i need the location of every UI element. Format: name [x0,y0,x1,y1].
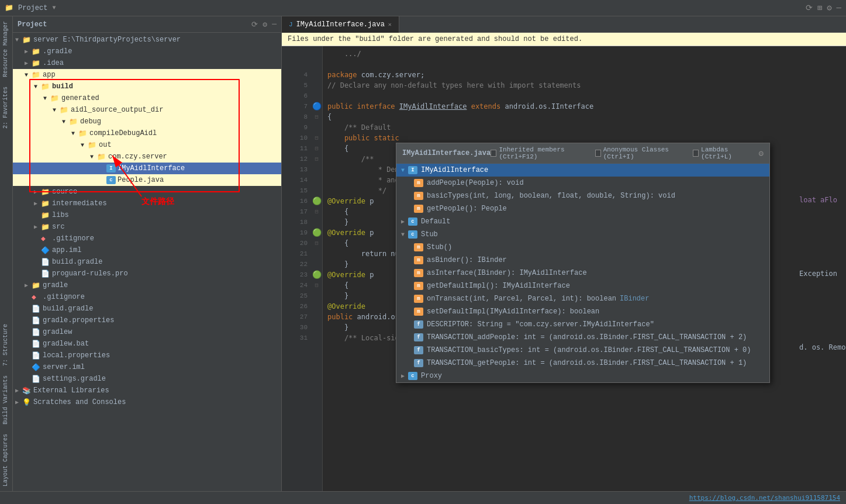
java-file-icon: J [289,21,293,28]
panel-header: Project ⟳ ⚙ ─ [13,16,281,33]
tab-label: IMyAidlInterface.java [296,20,385,29]
ac-item-addpeople[interactable]: m addPeople(People): void [396,177,769,189]
ac-item-setdefaultimpl[interactable]: m setDefaultImpl(IMyAidlInterface): bool… [396,305,769,318]
tree-item-server[interactable]: ▼ 📁 server E:\ThirdpartyProjects\server [13,34,281,46]
tree-item-settings-gradle[interactable]: ▶ 📄 settings.gradle [13,373,281,385]
tree-item-proguard[interactable]: ▶ 📄 proguard-rules.pro [13,268,281,279]
ac-label-lambdas: Lambdas (Ctrl+L) [701,146,752,160]
tree-item-gitignore-app[interactable]: ▶ ◆ .gitignore [13,233,281,244]
tree-item-aidl[interactable]: ▼ 📁 aidl_source_output_dir [13,104,281,116]
ac-title: IMyAidlInterface.java [402,149,491,157]
panel-cog-icon[interactable]: ⚙ [263,20,267,29]
tree-item-debug[interactable]: ▼ 📁 debug [13,116,281,127]
tree-item-server-iml[interactable]: ▶ 🔷 server.iml [13,361,281,373]
tree-item-app-iml[interactable]: ▶ 🔷 app.iml [13,244,281,256]
ac-item-imyaidlinterface[interactable]: ▼ I IMyAidlInterface [396,164,769,177]
tree-item-gradlew[interactable]: ▶ 📄 gradlew [13,326,281,338]
ac-item-asbinder[interactable]: m asBinder(): IBinder [396,254,769,267]
tree-item-compile[interactable]: ▼ 📁 compileDebugAidl [13,127,281,139]
tree-item-gradle-hidden[interactable]: ▶ 📁 .gradle [13,46,281,57]
tree-item-src[interactable]: ▶ 📁 src [13,221,281,233]
ac-checkbox-inherited[interactable]: Inherited members (Ctrl+F12) [491,146,588,160]
minimize-icon[interactable]: ─ [837,4,841,13]
status-bar: https://blog.csdn.net/shanshui911587154 [0,491,846,504]
ac-checkbox-anonymous[interactable]: Anonymous Classes (Ctrl+I) [595,146,686,160]
title-text: Project [18,4,47,12]
tree-item-source[interactable]: ▶ 📁 source [13,186,281,198]
ac-item-basictypes[interactable]: m basicTypes(int, long, boolean, float, … [396,189,769,202]
tree-item-idea[interactable]: ▶ 📁 .idea [13,57,281,69]
tree-item-app[interactable]: ▼ 📁 app [13,69,281,81]
tree-item-local-properties[interactable]: ▶ 📄 local.properties [13,350,281,361]
fold-gutter: 🔵 ⊟ ⊟ ⊟ ⊟ 🟢 ⊟ 🟢 ⊟ 🟢 [311,46,323,491]
ac-label-inherited: Inherited members (Ctrl+F12) [499,146,588,160]
editor-notice: Files under the "build" folder are gener… [282,33,846,46]
editor-tab-active[interactable]: J IMyAidlInterface.java ✕ [282,16,399,33]
sidebar-tab-captures[interactable]: Layout Captures [0,429,12,491]
editor-area: J IMyAidlInterface.java ✕ Files under th… [282,16,846,491]
project-panel: Project ⟳ ⚙ ─ ▼ 📁 server E:\ThirdpartyPr… [13,16,282,491]
panel-title: Project [18,20,47,29]
project-icon: 📁 [5,4,13,12]
tree-item-gitignore-root[interactable]: ▶ ◆ .gitignore [13,291,281,303]
tree-item-build[interactable]: ▼ 📁 build [13,81,281,92]
ac-item-transaction-basictypes[interactable]: f TRANSACTION_basicTypes: int = (android… [396,344,769,357]
title-bar: 📁 Project ▼ ⟳ ⊞ ⚙ ─ [0,0,846,16]
project-tree: ▼ 📁 server E:\ThirdpartyProjects\server … [13,33,281,491]
autocomplete-popup: IMyAidlInterface.java Inherited members … [396,143,770,383]
sidebar-tab-favorites[interactable]: 2: Favorites [0,82,12,133]
ac-item-getdefaultimpl[interactable]: m getDefaultImpl(): IMyAidlInterface [396,279,769,292]
tree-item-scratches[interactable]: ▶ 💡 Scratches and Consoles [13,396,281,408]
status-url[interactable]: https://blog.csdn.net/shanshui911587154 [689,494,840,502]
app-window: 📁 Project ▼ ⟳ ⊞ ⚙ ─ Resource Manager 2: … [0,0,846,504]
sidebar-tab-structure[interactable]: 7: Structure [0,319,12,371]
tree-item-out[interactable]: ▼ 📁 out [13,139,281,151]
tree-item-build-gradle-root[interactable]: ▶ 📄 build.gradle [13,303,281,315]
panel-sync-icon[interactable]: ⟳ [251,20,258,29]
tree-item-generated[interactable]: ▼ 📁 generated [13,92,281,104]
ac-list: ▼ I IMyAidlInterface m addPeople(People)… [396,164,769,382]
sync-icon[interactable]: ⟳ [806,3,813,13]
editor-tab-bar: J IMyAidlInterface.java ✕ [282,16,846,33]
ac-item-stub[interactable]: ▼ c Stub [396,228,769,241]
tree-item-libs[interactable]: ▶ 📁 libs [13,209,281,221]
tree-item-com-czy-server[interactable]: ▼ 📁 com.czy.server [13,151,281,163]
sidebar-tab-build-variants[interactable]: Build Variants [0,371,12,429]
settings-icon[interactable]: ⚙ [827,3,831,13]
ac-item-getpeople[interactable]: m getPeople(): People [396,202,769,215]
line-numbers: 4 5 6 7 8 9 10 11 12 13 14 15 16 17 18 1… [282,46,311,491]
tree-item-intermediates[interactable]: ▶ 📁 intermediates [13,198,281,209]
ac-item-descriptor[interactable]: f DESCRIPTOR: String = "com.czy.server.I… [396,318,769,331]
tree-item-build-gradle[interactable]: ▶ 📄 build.gradle [13,256,281,268]
main-content: Resource Manager 2: Favorites 7: Structu… [0,16,846,491]
notice-text: Files under the "build" folder are gener… [288,35,582,43]
ac-item-stub-constructor[interactable]: m Stub() [396,241,769,254]
ac-item-transaction-addpeople[interactable]: f TRANSACTION_addPeople: int = (android.… [396,331,769,344]
layout-icon[interactable]: ⊞ [817,3,822,13]
ac-item-proxy[interactable]: ▶ c Proxy [396,370,769,382]
panel-minimize-icon[interactable]: ─ [272,20,277,29]
tree-item-gradle-properties[interactable]: ▶ 📄 gradle.properties [13,315,281,326]
ac-label-anonymous: Anonymous Classes (Ctrl+I) [603,146,686,160]
ac-gear-icon[interactable]: ⚙ [759,149,764,158]
ac-header: IMyAidlInterface.java Inherited members … [396,143,769,164]
editor-body: 4 5 6 7 8 9 10 11 12 13 14 15 16 17 18 1… [282,46,846,491]
sidebar-tab-resource-manager[interactable]: Resource Manager [0,16,12,82]
fold-line7[interactable]: 🔵 [311,101,322,112]
ac-checkbox-lambdas[interactable]: Lambdas (Ctrl+L) [693,146,752,160]
tree-item-imyaidlinterface[interactable]: ▶ I IMyAidlInterface [13,163,281,174]
ac-item-asinterface[interactable]: m asInterface(IBinder): IMyAidlInterface [396,267,769,279]
tree-item-external-libs[interactable]: ▶ 📚 External Libraries [13,385,281,396]
tree-item-gradle-root[interactable]: ▶ 📁 gradle [13,279,281,291]
tree-item-people-java[interactable]: ▶ c People.java [13,174,281,186]
tree-item-gradlew-bat[interactable]: ▶ 📄 gradlew.bat [13,338,281,350]
ac-item-default[interactable]: ▶ c Default [396,215,769,228]
ac-item-transaction-getpeople[interactable]: f TRANSACTION_getPeople: int = (android.… [396,357,769,370]
tab-close-icon[interactable]: ✕ [388,21,392,28]
left-sidebar: Resource Manager 2: Favorites 7: Structu… [0,16,13,491]
title-arrow: ▼ [52,5,56,11]
ac-item-ontransact[interactable]: m onTransact(int, Parcel, Parcel, int): … [396,292,769,305]
